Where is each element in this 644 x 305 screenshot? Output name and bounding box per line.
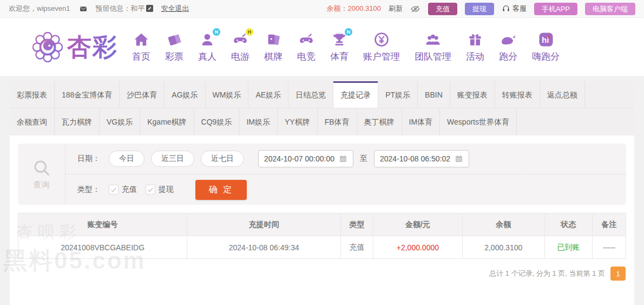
submit-button[interactable]: 确 定 (195, 180, 247, 200)
nav-item-label: 跑分 (499, 50, 517, 63)
date-to-input[interactable]: 2024-10-08 06:50:02 (374, 150, 469, 167)
checkbox-icon[interactable] (146, 185, 155, 194)
tab-余额查询[interactable]: 余额查询 (10, 108, 55, 135)
table-header-状态: 状态 (544, 213, 593, 236)
mobile-app-button[interactable]: 手机APP (534, 3, 577, 15)
service-link[interactable]: 客服 (502, 4, 527, 14)
nav-item-首页[interactable]: 首页 (132, 31, 150, 63)
tab-沙巴体育[interactable]: 沙巴体育 (120, 81, 165, 108)
quick-range-今日[interactable]: 今日 (109, 151, 144, 167)
nav-item-团队管理[interactable]: 团队管理 (415, 31, 451, 63)
nav-item-label: 电游 (231, 50, 249, 63)
cell-id: 20241008VBCGABEIDG (18, 236, 187, 259)
logo-flower-icon (32, 32, 63, 62)
to-label: 至 (360, 154, 367, 164)
logo-text: 杏彩 (67, 31, 118, 63)
withdraw-button[interactable]: 提现 (465, 3, 494, 15)
eye-off-icon[interactable] (410, 4, 420, 14)
nav-item-跑分[interactable]: 跑分 (499, 31, 517, 63)
site-logo[interactable]: 杏彩 (32, 31, 118, 63)
nav-item-电游[interactable]: H电游 (231, 31, 249, 63)
tab-YY棋牌[interactable]: YY棋牌 (278, 108, 318, 135)
tab-账变报表[interactable]: 账变报表 (450, 81, 495, 108)
pagination-summary: 总计 1 个记录, 分为 1 页, 当前第 1 页 (489, 269, 605, 278)
nav-item-label: 电竞 (297, 50, 316, 63)
tab-AE娱乐[interactable]: AE娱乐 (248, 81, 288, 108)
tab-PT娱乐[interactable]: PT娱乐 (378, 81, 418, 108)
filter-panel: 查询 日期： 今日近三日近七日 2024-10-07 00:00:00 至 20… (18, 144, 626, 205)
type-filter-row: 类型： 充值提现 确 定 (65, 174, 626, 205)
type-option-充值[interactable]: 充值 (109, 185, 137, 194)
tab-CQ9娱乐[interactable]: CQ9娱乐 (194, 108, 240, 135)
tab-返点总额[interactable]: 返点总额 (540, 81, 585, 108)
service-label: 客服 (512, 4, 527, 14)
esports-icon (298, 31, 315, 48)
nav-item-label: 嗨跑分 (532, 50, 560, 63)
gift-icon (466, 31, 484, 48)
refresh-button[interactable]: 刷新 (389, 4, 403, 14)
table-header-类型: 类型 (341, 213, 373, 236)
nav-item-彩票[interactable]: 彩票 (165, 31, 183, 63)
nav-item-体育[interactable]: N体育 (330, 31, 349, 63)
nav-item-label: 彩票 (165, 50, 183, 63)
tab-充提记录[interactable]: 充提记录 (333, 81, 378, 108)
envelope-icon[interactable] (79, 5, 88, 12)
cell-remark: ----- (593, 236, 626, 259)
cards-icon (265, 31, 282, 48)
query-label: 查询 (34, 180, 50, 190)
nav-item-活动[interactable]: 活动 (466, 31, 484, 63)
nav-item-label: 账户管理 (363, 50, 400, 63)
table-row: 20241008VBCGABEIDG2024-10-08 06:49:34充值+… (18, 236, 626, 259)
tab-FB体育[interactable]: FB体育 (318, 108, 357, 135)
tab-AG娱乐[interactable]: AG娱乐 (165, 81, 205, 108)
tab-BBIN[interactable]: BBIN (418, 81, 450, 108)
deposit-button[interactable]: 充值 (428, 3, 457, 15)
records-table: 账变编号充提时间类型金额/元余额状态备注 20241008VBCGABEIDG2… (18, 213, 626, 259)
table-header-备注: 备注 (593, 213, 626, 236)
date-from-value: 2024-10-07 00:00:00 (264, 154, 334, 163)
type-option-提现[interactable]: 提现 (146, 185, 174, 194)
tab-Kgame棋牌[interactable]: Kgame棋牌 (140, 108, 194, 135)
logout-link[interactable]: 安全退出 (161, 4, 189, 14)
edit-icon[interactable] (146, 5, 153, 12)
nav-item-电竞[interactable]: 电竞 (297, 31, 316, 63)
hi-icon: hi (537, 31, 555, 48)
nav-item-棋牌[interactable]: 棋牌 (264, 31, 282, 63)
tab-VG娱乐[interactable]: VG娱乐 (100, 108, 140, 135)
table-body: 20241008VBCGABEIDG2024-10-08 06:49:34充值+… (18, 236, 626, 259)
nav-item-label: 体育 (330, 50, 349, 63)
date-label: 日期： (77, 154, 100, 164)
date-from-input[interactable]: 2024-10-07 00:00:00 (258, 150, 353, 167)
nav-item-账户管理[interactable]: 账户管理 (363, 31, 400, 63)
tab-IM体育[interactable]: IM体育 (402, 108, 441, 135)
table-header-row: 账变编号充提时间类型金额/元余额状态备注 (18, 213, 626, 236)
tab-IM娱乐[interactable]: IM娱乐 (239, 108, 278, 135)
cell-type: 充值 (341, 236, 373, 259)
type-checkboxes: 充值提现 (109, 185, 182, 194)
table-header-账变编号: 账变编号 (18, 213, 187, 236)
quick-range-近七日[interactable]: 近七日 (201, 151, 244, 167)
balance-label: 余额： (327, 4, 348, 12)
type-option-label: 提现 (159, 185, 174, 194)
rhino-icon (500, 31, 517, 48)
tab-日结总览[interactable]: 日结总览 (288, 81, 333, 108)
nav-item-真人[interactable]: N真人 (198, 31, 216, 63)
checkbox-icon[interactable] (109, 185, 119, 194)
tab-瓦力棋牌[interactable]: 瓦力棋牌 (55, 108, 100, 135)
tab-row-1: 彩票报表188金宝博体育沙巴体育AG娱乐WM娱乐AE娱乐日结总览充提记录PT娱乐… (10, 81, 634, 108)
tab-188金宝博体育[interactable]: 188金宝博体育 (55, 81, 120, 108)
pc-client-button[interactable]: 电脑客户端 (585, 3, 635, 15)
tab-row-2: 余额查询瓦力棋牌VG娱乐Kgame棋牌CQ9娱乐IM娱乐YY棋牌FB体育奥丁棋牌… (10, 108, 634, 135)
quick-range-近三日[interactable]: 近三日 (151, 151, 194, 167)
page-1-button[interactable]: 1 (610, 267, 626, 281)
tab-奥丁棋牌[interactable]: 奥丁棋牌 (357, 108, 402, 135)
ticket-icon (166, 31, 183, 48)
tab-彩票报表[interactable]: 彩票报表 (10, 81, 55, 108)
nav-badge: N (345, 28, 352, 36)
calendar-icon (339, 154, 347, 163)
date-to-value: 2024-10-08 06:50:02 (380, 154, 450, 163)
tab-Wesports世界体育[interactable]: Wesports世界体育 (440, 108, 517, 135)
tab-WM娱乐[interactable]: WM娱乐 (206, 81, 249, 108)
tab-转账报表[interactable]: 转账报表 (495, 81, 540, 108)
nav-item-嗨跑分[interactable]: hi嗨跑分 (532, 31, 560, 63)
